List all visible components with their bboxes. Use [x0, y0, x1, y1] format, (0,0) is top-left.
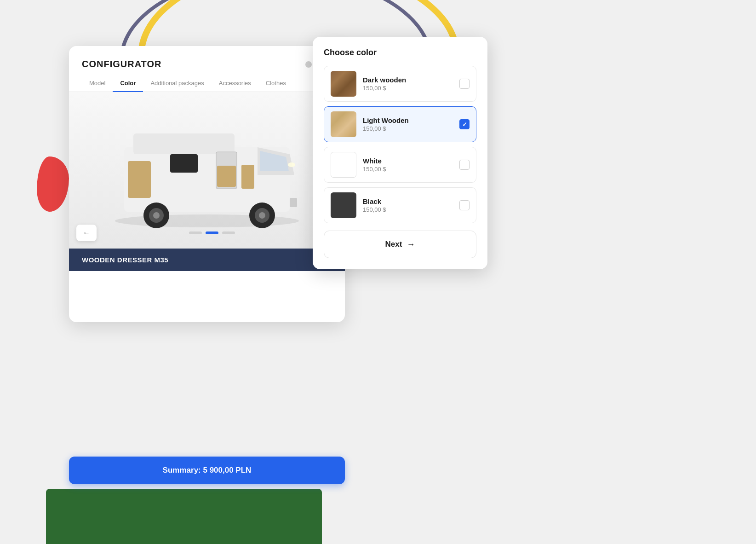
step-dot-1 [305, 61, 312, 68]
next-button[interactable]: Next → [324, 231, 476, 258]
color-price-light-wooden: 150,00 $ [363, 125, 459, 132]
color-swatch-white [331, 152, 356, 178]
next-label: Next [385, 240, 402, 249]
color-panel: Choose color Dark wooden 150,00 $ Light … [313, 37, 487, 269]
tab-accessories[interactable]: Accessories [212, 75, 258, 92]
svg-rect-6 [128, 161, 151, 198]
color-name-white: White [363, 157, 459, 165]
svg-point-14 [259, 212, 265, 219]
color-checkbox-dark-wooden[interactable] [459, 79, 470, 89]
slide-dot-inactive-1 [189, 231, 202, 234]
svg-point-15 [288, 162, 295, 167]
tab-color[interactable]: Color [113, 75, 143, 92]
color-name-dark-wooden: Dark wooden [363, 76, 459, 84]
color-option-white[interactable]: White 150,00 $ [324, 147, 476, 183]
color-option-dark-wooden[interactable]: Dark wooden 150,00 $ [324, 66, 476, 102]
svg-rect-7 [217, 166, 236, 187]
tab-model[interactable]: Model [82, 75, 113, 92]
checkmark-icon: ✓ [462, 121, 467, 128]
rv-image-area: › ← ↺ Turn [69, 92, 345, 249]
svg-rect-3 [170, 154, 198, 173]
product-footer: WOODEN DRESSER M35 [69, 249, 345, 271]
color-panel-title: Choose color [324, 48, 476, 58]
tab-additional-packages[interactable]: Additional packages [143, 75, 211, 92]
color-swatch-dark-wooden [331, 71, 356, 97]
slide-dot-inactive-2 [222, 231, 235, 234]
red-splat-decoration [37, 156, 69, 212]
color-swatch-light-wooden [331, 111, 356, 137]
tab-clothes[interactable]: Clothes [258, 75, 293, 92]
svg-rect-8 [241, 165, 254, 189]
configurator-title: CONFIGURATOR [82, 59, 161, 69]
color-checkbox-black[interactable] [459, 200, 470, 210]
color-price-black: 150,00 $ [363, 206, 459, 213]
nav-tabs: Model Color Additional packages Accessor… [69, 75, 345, 92]
color-info-white: White 150,00 $ [363, 157, 459, 173]
color-info-light-wooden: Light Wooden 150,00 $ [363, 116, 459, 132]
color-info-dark-wooden: Dark wooden 150,00 $ [363, 76, 459, 92]
summary-text: Summary: 5 900,00 PLN [163, 466, 252, 475]
title-bar: CONFIGURATOR [82, 59, 332, 69]
color-checkbox-white[interactable] [459, 160, 470, 170]
color-info-black: Black 150,00 $ [363, 197, 459, 213]
slide-dots [189, 231, 235, 234]
svg-point-11 [153, 212, 160, 219]
prev-image-button[interactable]: ← [76, 225, 97, 241]
svg-rect-16 [290, 198, 297, 207]
color-swatch-black [331, 192, 356, 218]
color-price-dark-wooden: 150,00 $ [363, 85, 459, 92]
rv-controls: ← ↺ Turn [69, 225, 345, 241]
rv-illustration [97, 110, 317, 230]
color-option-black[interactable]: Black 150,00 $ [324, 187, 476, 223]
config-header: CONFIGURATOR Model Color Additional pack… [69, 46, 345, 92]
color-checkbox-light-wooden[interactable]: ✓ [459, 119, 470, 129]
slide-dot-active [206, 231, 218, 234]
summary-button[interactable]: Summary: 5 900,00 PLN [69, 457, 345, 484]
svg-rect-2 [133, 133, 235, 154]
color-name-light-wooden: Light Wooden [363, 116, 459, 124]
green-bottom-decoration [46, 489, 322, 544]
color-name-black: Black [363, 197, 459, 205]
color-option-light-wooden[interactable]: Light Wooden 150,00 $ ✓ [324, 106, 476, 142]
next-arrow-icon: → [407, 240, 415, 249]
product-name: WOODEN DRESSER M35 [82, 256, 168, 264]
color-price-white: 150,00 $ [363, 166, 459, 173]
left-arrow-icon: ← [83, 229, 90, 237]
configurator-card: CONFIGURATOR Model Color Additional pack… [69, 46, 345, 322]
